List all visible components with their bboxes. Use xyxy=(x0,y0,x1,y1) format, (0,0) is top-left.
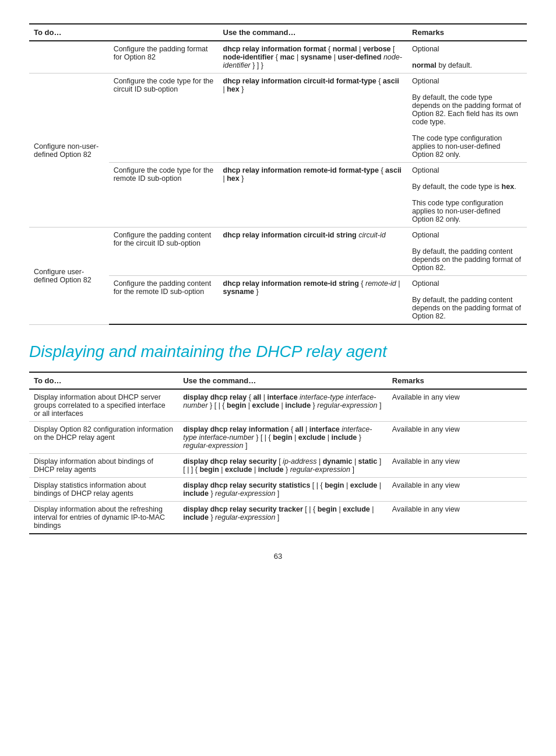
cell-todo: Configure user-defined Option 82 xyxy=(29,228,109,325)
table-row: Display information about bindings of DH… xyxy=(29,454,527,478)
col-header-command: Use the command… xyxy=(219,24,408,41)
cell-command: dhcp relay information format { normal |… xyxy=(219,41,408,74)
col-header-todo2: To do… xyxy=(29,372,178,389)
cell-subtask: Configure the padding format for Option … xyxy=(109,41,219,74)
cell-remarks: Available in any view xyxy=(388,389,527,422)
cell-remarks: Available in any view xyxy=(388,422,527,454)
page-number: 63 xyxy=(29,552,527,561)
config-table: To do… Use the command… Remarks Configur… xyxy=(29,23,527,325)
cell-remarks: OptionalBy default, the code type depend… xyxy=(407,74,527,163)
cell-todo: Display Option 82 configuration informat… xyxy=(29,422,178,454)
cell-subtask: Configure the padding content for the ci… xyxy=(109,228,219,276)
table-row: Display information about DHCP server gr… xyxy=(29,389,527,422)
cell-command: dhcp relay information remote-id string … xyxy=(219,276,408,325)
table-row: Configure the padding format for Option … xyxy=(29,41,527,74)
cell-remarks: Optionalnormal by default. xyxy=(407,41,527,74)
cell-command: dhcp relay information circuit-id format… xyxy=(219,74,408,163)
section-title: Displaying and maintaining the DHCP rela… xyxy=(29,342,527,361)
col-header-subtask xyxy=(109,24,219,41)
display-table: To do… Use the command… Remarks Display … xyxy=(29,372,527,534)
cell-todo: Configure non-user-defined Option 82 xyxy=(29,74,109,228)
cell-subtask: Configure the code type for the circuit … xyxy=(109,74,219,163)
cell-todo: Display information about the refreshing… xyxy=(29,502,178,534)
cell-command: display dhcp relay security tracker [ | … xyxy=(178,502,388,534)
cell-todo: Display information about DHCP server gr… xyxy=(29,389,178,422)
cell-subtask: Configure the code type for the remote I… xyxy=(109,163,219,228)
table-row: Display statistics information about bin… xyxy=(29,478,527,502)
cell-command: dhcp relay information remote-id format-… xyxy=(219,163,408,228)
col-header-remarks: Remarks xyxy=(407,24,527,41)
cell-command: dhcp relay information circuit-id string… xyxy=(219,228,408,276)
table-row: Configure user-defined Option 82 Configu… xyxy=(29,228,527,276)
col-header-todo: To do… xyxy=(29,24,109,41)
table-row: Display Option 82 configuration informat… xyxy=(29,422,527,454)
cell-command: display dhcp relay security [ ip-address… xyxy=(178,454,388,478)
cell-todo: Display information about bindings of DH… xyxy=(29,454,178,478)
table-row: Display information about the refreshing… xyxy=(29,502,527,534)
cell-todo: Display statistics information about bin… xyxy=(29,478,178,502)
table-row: Configure non-user-defined Option 82 Con… xyxy=(29,74,527,163)
col-header-remarks2: Remarks xyxy=(388,372,527,389)
cell-subtask: Configure the padding content for the re… xyxy=(109,276,219,325)
cell-command: display dhcp relay security statistics [… xyxy=(178,478,388,502)
cell-command: display dhcp relay { all | interface int… xyxy=(178,389,388,422)
cell-remarks: OptionalBy default, the padding content … xyxy=(407,276,527,325)
cell-remarks: OptionalBy default, the code type is hex… xyxy=(407,163,527,228)
cell-todo xyxy=(29,41,109,74)
cell-remarks: Available in any view xyxy=(388,478,527,502)
col-header-cmd2: Use the command… xyxy=(178,372,388,389)
cell-command: display dhcp relay information { all | i… xyxy=(178,422,388,454)
cell-remarks: Available in any view xyxy=(388,502,527,534)
cell-remarks: OptionalBy default, the padding content … xyxy=(407,228,527,276)
cell-remarks: Available in any view xyxy=(388,454,527,478)
